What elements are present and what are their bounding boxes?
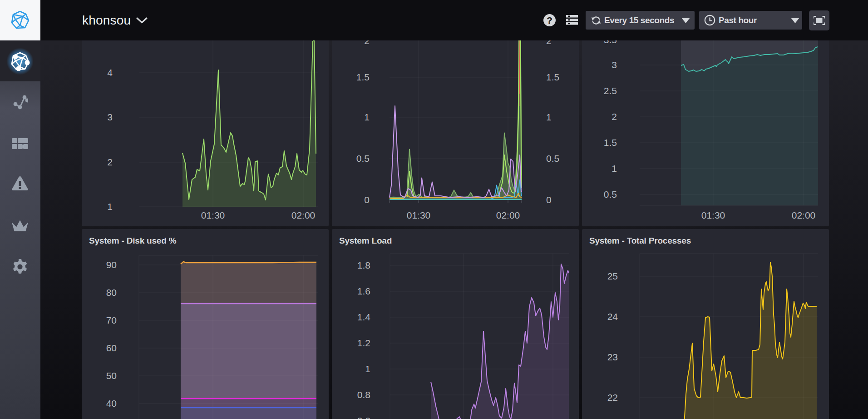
- svg-text:40: 40: [106, 398, 117, 409]
- svg-text:1: 1: [612, 163, 617, 174]
- svg-text:2: 2: [107, 157, 113, 167]
- svg-text:2: 2: [612, 111, 617, 122]
- svg-text:1: 1: [364, 112, 370, 122]
- svg-text:1.5: 1.5: [604, 137, 617, 148]
- svg-text:2: 2: [546, 40, 552, 46]
- svg-text:02:00: 02:00: [792, 210, 816, 220]
- svg-text:1.5: 1.5: [356, 72, 370, 82]
- svg-text:80: 80: [106, 287, 117, 298]
- svg-text:70: 70: [106, 315, 117, 325]
- svg-text:60: 60: [106, 343, 117, 353]
- svg-text:90: 90: [106, 259, 117, 270]
- svg-text:24: 24: [607, 311, 618, 322]
- svg-text:01:30: 01:30: [201, 210, 225, 220]
- svg-text:0: 0: [546, 195, 552, 205]
- svg-text:3: 3: [612, 60, 617, 70]
- svg-text:1: 1: [107, 201, 113, 212]
- svg-text:1: 1: [546, 112, 552, 122]
- svg-text:1.8: 1.8: [357, 260, 370, 270]
- svg-text:01:30: 01:30: [407, 210, 431, 220]
- svg-text:02:00: 02:00: [496, 210, 520, 220]
- svg-text:0.5: 0.5: [604, 189, 617, 200]
- svg-text:1.2: 1.2: [357, 338, 370, 348]
- svg-text:25: 25: [607, 271, 618, 281]
- svg-text:50: 50: [106, 370, 117, 381]
- svg-text:0.6: 0.6: [357, 415, 370, 419]
- svg-text:1.5: 1.5: [546, 72, 559, 82]
- svg-text:22: 22: [607, 392, 618, 403]
- svg-text:0.5: 0.5: [546, 153, 559, 164]
- svg-text:23: 23: [607, 352, 618, 362]
- svg-text:0.8: 0.8: [357, 389, 370, 400]
- svg-text:4: 4: [107, 67, 113, 78]
- svg-text:02:00: 02:00: [291, 210, 316, 220]
- svg-text:2: 2: [364, 40, 370, 46]
- svg-text:01:30: 01:30: [701, 210, 725, 220]
- svg-text:1.6: 1.6: [357, 286, 370, 296]
- svg-text:1: 1: [365, 364, 370, 374]
- svg-text:0: 0: [364, 195, 370, 205]
- svg-text:3.5: 3.5: [604, 40, 617, 45]
- svg-text:2.5: 2.5: [604, 85, 617, 96]
- svg-text:1.4: 1.4: [357, 312, 371, 322]
- svg-text:0.5: 0.5: [356, 153, 370, 164]
- svg-text:3: 3: [107, 112, 113, 122]
